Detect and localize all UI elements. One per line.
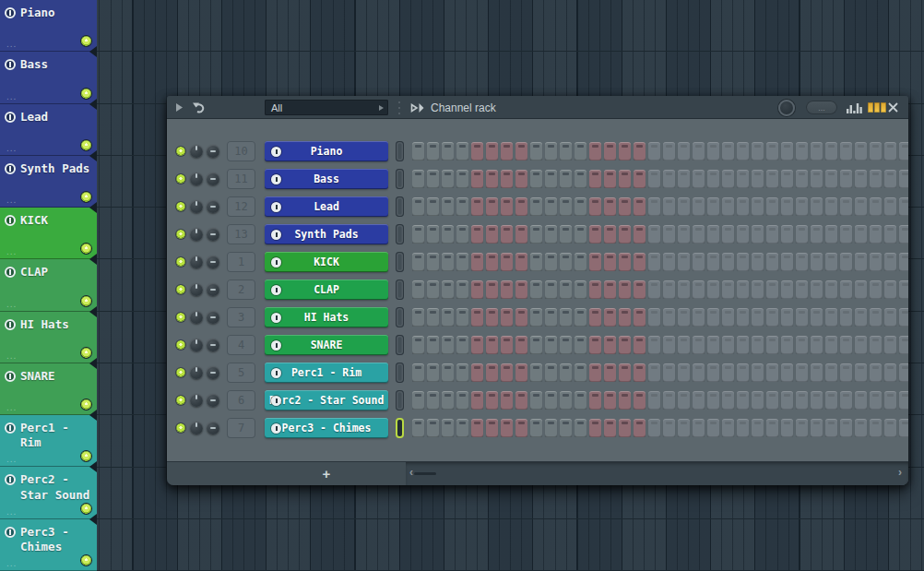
step-cell[interactable]: [515, 253, 527, 271]
step-cell[interactable]: [501, 142, 513, 161]
pan-knob[interactable]: [190, 422, 203, 434]
step-cell[interactable]: [471, 336, 483, 354]
step-cell[interactable]: [501, 225, 513, 244]
volume-knob[interactable]: [207, 339, 219, 351]
step-cell[interactable]: [427, 336, 439, 354]
step-cell[interactable]: [515, 142, 527, 161]
playlist-track-header[interactable]: Lead...: [0, 104, 97, 156]
step-cell[interactable]: [530, 170, 542, 188]
step-cell[interactable]: [486, 280, 498, 299]
play-icon[interactable]: [176, 96, 183, 119]
track-mute-led[interactable]: [81, 244, 91, 254]
step-cell[interactable]: [412, 391, 424, 410]
step-cell[interactable]: [560, 170, 572, 188]
step-cell[interactable]: [530, 197, 542, 216]
step-cell[interactable]: [575, 253, 586, 271]
step-cell[interactable]: [589, 197, 601, 216]
step-cell[interactable]: [471, 363, 483, 382]
step-cell[interactable]: [530, 363, 542, 382]
step-cell[interactable]: [427, 363, 439, 382]
step-cell[interactable]: [634, 197, 646, 216]
step-cell[interactable]: [560, 391, 572, 410]
step-cell[interactable]: [619, 170, 631, 188]
step-cell[interactable]: [604, 253, 616, 271]
step-cell[interactable]: [456, 225, 468, 244]
swing-knob[interactable]: [778, 100, 795, 116]
volume-knob[interactable]: [207, 366, 219, 379]
volume-knob[interactable]: [207, 256, 219, 268]
step-cell[interactable]: [589, 280, 601, 299]
step-cell[interactable]: [589, 170, 601, 188]
channel-button[interactable]: Perc1 - Rim: [265, 363, 388, 383]
volume-knob[interactable]: [207, 422, 219, 434]
step-cell[interactable]: [515, 280, 527, 299]
channel-button[interactable]: CLAP: [265, 280, 388, 300]
step-cell[interactable]: [545, 336, 557, 354]
step-cell[interactable]: [501, 170, 513, 188]
step-cell[interactable]: [589, 391, 601, 410]
channel-enable-led[interactable]: [176, 340, 185, 350]
step-cell[interactable]: [412, 280, 424, 299]
step-cell[interactable]: [530, 142, 542, 161]
pan-knob[interactable]: [190, 339, 203, 351]
scrollbar-thumb[interactable]: [414, 472, 436, 475]
channel-enable-led[interactable]: [176, 230, 185, 239]
step-cell[interactable]: [471, 197, 483, 216]
step-cell[interactable]: [634, 225, 646, 244]
channel-number-button[interactable]: 5: [227, 363, 255, 383]
step-cell[interactable]: [515, 419, 527, 437]
channel-enable-led[interactable]: [176, 174, 185, 184]
channel-number-button[interactable]: 7: [227, 418, 255, 438]
step-cell[interactable]: [575, 363, 586, 382]
step-cell[interactable]: [427, 225, 439, 244]
step-cell[interactable]: [515, 170, 527, 188]
pan-knob[interactable]: [190, 145, 203, 158]
channel-selector[interactable]: [396, 307, 404, 327]
step-cell[interactable]: [442, 419, 454, 437]
track-mute-led[interactable]: [81, 451, 91, 461]
step-cell[interactable]: [634, 170, 646, 188]
step-cell[interactable]: [486, 391, 498, 410]
step-cell[interactable]: [575, 280, 586, 299]
track-mute-led[interactable]: [81, 36, 91, 46]
track-mute-led[interactable]: [81, 504, 91, 514]
step-cell[interactable]: [471, 419, 483, 437]
step-cell[interactable]: [427, 197, 439, 216]
channel-button[interactable]: HI Hats: [265, 307, 388, 327]
step-cell[interactable]: [545, 280, 557, 299]
step-cell[interactable]: [412, 197, 424, 216]
step-cell[interactable]: [634, 336, 646, 354]
step-cell[interactable]: [442, 170, 454, 188]
step-cell[interactable]: [501, 363, 513, 382]
step-cell[interactable]: [604, 363, 616, 382]
step-cell[interactable]: [530, 253, 542, 271]
step-cell[interactable]: [589, 336, 601, 354]
step-cell[interactable]: [442, 225, 454, 244]
step-cell[interactable]: [501, 253, 513, 271]
channel-number-button[interactable]: 10: [227, 141, 255, 161]
step-cell[interactable]: [589, 308, 601, 327]
step-cell[interactable]: [560, 336, 572, 354]
step-cell[interactable]: [575, 419, 586, 437]
pan-knob[interactable]: [190, 283, 203, 296]
channel-selector[interactable]: [396, 196, 404, 217]
step-cell[interactable]: [471, 253, 483, 271]
playlist-track-header[interactable]: Bass...: [0, 52, 97, 103]
step-cell[interactable]: [442, 142, 454, 161]
playlist-track-header[interactable]: Synth Pads...: [0, 156, 97, 208]
channel-number-button[interactable]: 2: [227, 280, 255, 300]
step-cell[interactable]: [619, 363, 631, 382]
channel-enable-led[interactable]: [176, 423, 185, 433]
step-cell[interactable]: [560, 308, 572, 327]
step-cell[interactable]: [471, 170, 483, 188]
channel-selector[interactable]: [396, 418, 404, 438]
step-cell[interactable]: [456, 197, 468, 216]
step-cell[interactable]: [412, 142, 424, 161]
step-cell[interactable]: [427, 391, 439, 410]
step-cell[interactable]: [589, 225, 601, 244]
pan-knob[interactable]: [190, 394, 203, 407]
step-cell[interactable]: [530, 419, 542, 437]
pattern-length-selector[interactable]: ...: [806, 101, 837, 114]
step-cell[interactable]: [530, 336, 542, 354]
step-cell[interactable]: [427, 253, 439, 271]
